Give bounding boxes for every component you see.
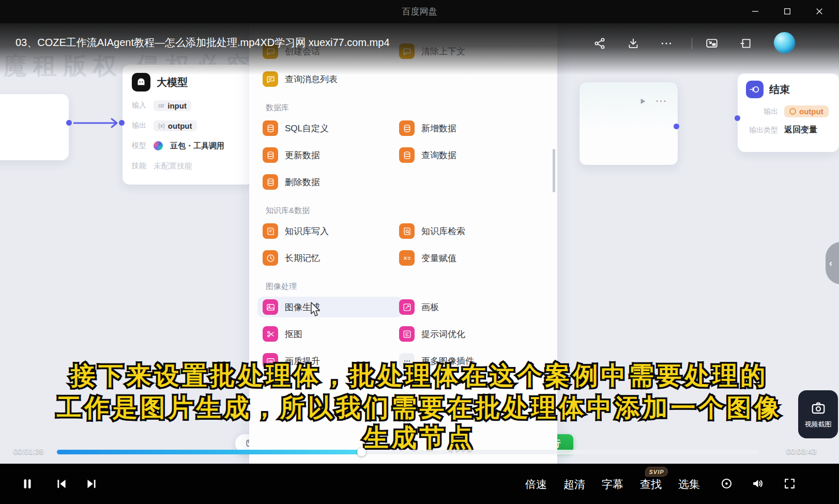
- variable-icon: [399, 250, 415, 266]
- end-type-value: 返回变量: [784, 125, 817, 135]
- panel-section-title-knowledge: 知识库&数据: [266, 206, 545, 216]
- panel-item-label: 长期记忆: [285, 252, 320, 264]
- knowledge-write-icon: [263, 223, 278, 239]
- pause-button[interactable]: [19, 475, 36, 493]
- run-node-icon[interactable]: [638, 97, 647, 105]
- panel-item-image-generate[interactable]: 图像生成: [257, 297, 402, 317]
- panel-item-update-data[interactable]: 更新数据: [263, 145, 399, 165]
- subtitle-button[interactable]: 字幕: [602, 477, 623, 492]
- current-time: 00:01:39: [13, 447, 43, 455]
- scissors-icon: [263, 326, 278, 342]
- panel-item-long-memory[interactable]: 长期记忆: [263, 248, 399, 268]
- fullscreen-icon[interactable]: [782, 476, 797, 491]
- more-options-icon[interactable]: [658, 35, 675, 52]
- panel-item-label: 画板: [421, 301, 439, 313]
- panel-item-label: 知识库写入: [285, 225, 329, 237]
- input-label: 输入: [132, 101, 146, 110]
- episodes-button[interactable]: 选集: [678, 477, 700, 492]
- skill-value: 未配置技能: [154, 161, 192, 171]
- model-node[interactable]: 大模型 输入 str input 输出 {x} output 模型 豆包・工具调…: [123, 65, 253, 185]
- input-pill[interactable]: str input: [154, 100, 191, 111]
- connector-arrow: [72, 117, 124, 129]
- video-area[interactable]: 魔租版权 侵权必究 大模型 输入 str input: [0, 23, 839, 464]
- progress-bar[interactable]: [57, 450, 759, 454]
- output-type-badge: {x}: [158, 123, 165, 129]
- panel-item-kb-write[interactable]: 知识库写入: [263, 221, 399, 241]
- database-update-icon: [263, 147, 278, 163]
- total-time: 00:03:43: [786, 447, 816, 455]
- quality-button[interactable]: 超清: [563, 477, 585, 492]
- end-node[interactable]: 结束 输出 output 输出类型 返回变量: [738, 73, 839, 152]
- app-window: 百度网盘 魔租版权 侵权必究 大模型 输入 str: [0, 0, 839, 504]
- sidebar-collapse-tab[interactable]: ‹: [826, 242, 839, 284]
- playback-speed-button[interactable]: 倍速: [525, 477, 547, 492]
- database-add-icon: [399, 120, 415, 136]
- workflow-node-partial[interactable]: ···: [579, 82, 678, 165]
- panel-scrollbar[interactable]: [553, 149, 555, 192]
- subtitle-line: 工作是图片生成，所以我们需要在批处理体中添加一个图像: [0, 391, 839, 424]
- record-mode-icon[interactable]: [719, 476, 734, 491]
- camera-icon: [811, 400, 826, 416]
- end-output-pill[interactable]: output: [784, 105, 829, 117]
- share-icon[interactable]: [591, 35, 608, 52]
- video-screenshot-label: 视频截图: [805, 420, 832, 429]
- panel-item-query-data[interactable]: 查询数据: [399, 145, 545, 165]
- app-title: 百度网盘: [0, 6, 839, 18]
- progress-fill: [57, 450, 361, 454]
- skill-label: 技能: [132, 161, 146, 171]
- image-generate-icon: [263, 299, 278, 315]
- panel-item-kb-search[interactable]: 知识库检索: [399, 221, 545, 241]
- minimize-button[interactable]: [748, 4, 763, 19]
- download-icon[interactable]: [624, 35, 642, 52]
- panel-section-title-image: 图像处理: [266, 282, 545, 292]
- connector-dot[interactable]: [735, 115, 740, 121]
- model-label: 模型: [132, 141, 146, 150]
- end-output-label: 输出: [746, 107, 778, 116]
- output-ring-icon: [789, 108, 796, 115]
- volume-icon[interactable]: [750, 476, 765, 491]
- picture-in-picture-icon[interactable]: [703, 35, 721, 52]
- connector-dot[interactable]: [66, 120, 72, 126]
- next-button[interactable]: [83, 475, 100, 493]
- memory-icon: [263, 250, 278, 266]
- connector-dot[interactable]: [674, 124, 679, 129]
- panel-item-variable-assign[interactable]: 变量赋值: [399, 248, 545, 268]
- panel-item-delete-data[interactable]: 删除数据: [263, 172, 399, 192]
- chevron-left-icon: ‹: [829, 258, 832, 269]
- output-label: 输出: [132, 121, 146, 130]
- connector-dot[interactable]: [119, 120, 125, 126]
- panel-item-canvas-board[interactable]: 画板: [399, 297, 545, 317]
- panel-item-prompt-optimize[interactable]: 提示词优化: [399, 324, 545, 344]
- panel-item-sql-custom[interactable]: SQL自定义: [263, 118, 399, 139]
- panel-section-title-database: 数据库: [266, 103, 545, 113]
- find-button[interactable]: 查找: [640, 477, 662, 492]
- previous-button[interactable]: [53, 475, 70, 493]
- doubao-model-icon: [154, 141, 163, 150]
- panel-item-label: 提示词优化: [421, 328, 465, 340]
- panel-item-label: 更新数据: [285, 149, 320, 161]
- video-screenshot-button[interactable]: 视频截图: [798, 390, 838, 438]
- workflow-node-fragment[interactable]: [0, 94, 69, 160]
- database-icon: [263, 120, 278, 136]
- panel-item-insert-data[interactable]: 新增数据: [399, 118, 545, 139]
- maximize-button[interactable]: [780, 4, 795, 19]
- panel-item-cutout[interactable]: 抠图: [263, 324, 399, 344]
- panel-item-label: 抠图: [285, 328, 302, 340]
- input-type-badge: str: [158, 102, 164, 109]
- header-divider: [692, 38, 692, 49]
- node-title: 结束: [769, 83, 790, 97]
- end-output-value: output: [799, 107, 823, 116]
- dock-window-icon[interactable]: [737, 35, 754, 52]
- end-type-label: 输出类型: [746, 126, 778, 135]
- node-more-icon[interactable]: ···: [656, 97, 667, 106]
- database-delete-icon: [263, 174, 278, 190]
- input-value: input: [167, 101, 187, 110]
- end-node-icon: [746, 81, 764, 98]
- progress-handle[interactable]: [357, 448, 366, 456]
- window-titlebar: 百度网盘: [0, 0, 839, 23]
- svip-badge: SVIP: [645, 467, 668, 477]
- mouse-cursor: [306, 301, 322, 319]
- output-pill[interactable]: {x} output: [154, 120, 197, 131]
- assistant-avatar[interactable]: [774, 32, 795, 53]
- close-button[interactable]: [812, 4, 827, 19]
